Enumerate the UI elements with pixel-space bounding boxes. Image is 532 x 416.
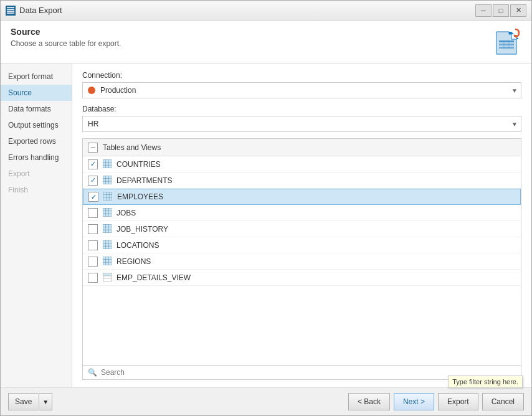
table-row[interactable]: ✓ EMPLOYEES bbox=[83, 189, 521, 205]
table-row[interactable]: JOBS bbox=[83, 205, 521, 221]
connection-group: Connection: Production ▼ bbox=[82, 71, 521, 98]
sidebar-item-export: Export bbox=[1, 166, 72, 182]
svg-rect-31 bbox=[103, 224, 112, 233]
database-group: Database: HR ▼ bbox=[82, 105, 521, 132]
header-section: Source Choose a source table for export. bbox=[1, 21, 531, 64]
row-checkbox-departments[interactable]: ✓ bbox=[88, 176, 98, 186]
connection-status-dot bbox=[88, 87, 95, 94]
svg-rect-11 bbox=[103, 159, 112, 168]
row-name-locations: LOCATIONS bbox=[116, 241, 159, 250]
table-section: ─ Tables and Views ✓ bbox=[82, 138, 521, 380]
sidebar-item-export-format[interactable]: Export format bbox=[1, 69, 72, 85]
database-label: Database: bbox=[82, 105, 521, 113]
minimize-button[interactable]: ─ bbox=[475, 4, 492, 17]
connection-select-wrapper[interactable]: Production ▼ bbox=[82, 82, 521, 98]
table-icon-job-history bbox=[103, 224, 113, 234]
database-select-wrapper[interactable]: HR ▼ bbox=[82, 116, 521, 132]
table-row[interactable]: JOB_HISTORY bbox=[83, 221, 521, 237]
header-subtitle: Choose a source table for export. bbox=[11, 39, 121, 48]
table-icon-employees bbox=[103, 192, 113, 202]
table-icon-regions bbox=[103, 257, 113, 267]
footer: Save ▼ < Back Next > Export Cancel Type … bbox=[1, 387, 531, 415]
save-dropdown-button[interactable]: ▼ bbox=[39, 393, 52, 410]
svg-rect-5 bbox=[499, 40, 514, 42]
search-icon: 🔍 bbox=[88, 368, 97, 377]
sidebar-item-exported-rows[interactable]: Exported rows bbox=[1, 133, 72, 149]
tooltip-box: Type filter string here. bbox=[448, 376, 523, 388]
svg-rect-1 bbox=[7, 7, 14, 8]
svg-rect-4 bbox=[7, 12, 14, 14]
row-checkbox-countries[interactable]: ✓ bbox=[88, 159, 98, 169]
window-controls: ─ □ ✕ bbox=[475, 4, 526, 17]
footer-right: < Back Next > Export Cancel bbox=[348, 393, 524, 410]
main-content: Export format Source Data formats Output… bbox=[1, 64, 531, 387]
svg-rect-6 bbox=[499, 44, 514, 45]
table-row[interactable]: ✓ DEPARTMENTS bbox=[83, 173, 521, 189]
row-name-countries: COUNTRIES bbox=[116, 160, 161, 169]
back-button[interactable]: < Back bbox=[348, 393, 390, 410]
table-icon-departments bbox=[103, 176, 113, 186]
row-checkbox-job-history[interactable] bbox=[88, 224, 98, 234]
row-checkbox-locations[interactable] bbox=[88, 240, 98, 250]
export-button[interactable]: Export bbox=[438, 393, 478, 410]
row-name-regions: REGIONS bbox=[116, 257, 151, 266]
row-name-departments: DEPARTMENTS bbox=[116, 176, 173, 185]
sidebar-item-output-settings[interactable]: Output settings bbox=[1, 117, 72, 133]
row-checkbox-emp-details-view[interactable] bbox=[88, 273, 98, 283]
table-icon-jobs bbox=[103, 208, 113, 218]
sidebar-item-finish: Finish bbox=[1, 182, 72, 198]
table-row[interactable]: REGIONS bbox=[83, 253, 521, 270]
header-icon bbox=[492, 27, 521, 57]
table-row[interactable]: LOCATIONS bbox=[83, 237, 521, 253]
window-title: Data Export bbox=[19, 6, 475, 15]
svg-rect-7 bbox=[499, 47, 514, 49]
maximize-button[interactable]: □ bbox=[493, 4, 509, 17]
view-icon-emp-details bbox=[103, 273, 113, 283]
table-row[interactable]: ✓ COUNTRIES bbox=[83, 156, 521, 173]
app-icon bbox=[6, 6, 16, 16]
table-header-label: Tables and Views bbox=[103, 143, 161, 152]
table-icon-locations bbox=[103, 240, 113, 250]
titlebar: Data Export ─ □ ✕ bbox=[1, 1, 531, 21]
row-name-emp-details-view: EMP_DETAILS_VIEW bbox=[116, 273, 191, 282]
footer-left: Save ▼ bbox=[8, 393, 52, 410]
panel: Connection: Production ▼ Database: HR ▼ bbox=[72, 64, 531, 387]
close-button[interactable]: ✕ bbox=[510, 4, 526, 17]
svg-rect-16 bbox=[103, 176, 112, 184]
table-header-row: ─ Tables and Views bbox=[83, 139, 521, 156]
sidebar-item-source[interactable]: Source bbox=[1, 85, 72, 101]
svg-rect-47 bbox=[103, 273, 111, 276]
row-name-employees: EMPLOYEES bbox=[117, 192, 163, 201]
next-button[interactable]: Next > bbox=[394, 393, 434, 410]
table-row[interactable]: EMP_DETAILS_VIEW bbox=[83, 270, 521, 286]
connection-value: Production bbox=[100, 86, 506, 95]
row-checkbox-jobs[interactable] bbox=[88, 208, 98, 218]
header-text: Source Choose a source table for export. bbox=[11, 27, 121, 48]
connection-row[interactable]: Production bbox=[82, 82, 521, 98]
table-icon-countries bbox=[103, 159, 113, 169]
sidebar: Export format Source Data formats Output… bbox=[1, 64, 72, 387]
svg-rect-21 bbox=[103, 192, 112, 201]
select-all-checkbox[interactable]: ─ bbox=[88, 143, 98, 153]
connection-label: Connection: bbox=[82, 71, 521, 80]
row-checkbox-regions[interactable] bbox=[88, 257, 98, 267]
header-title: Source bbox=[11, 27, 121, 37]
data-export-window: Data Export ─ □ ✕ Source Choose a source… bbox=[0, 0, 532, 416]
sidebar-item-errors-handling[interactable]: Errors handling bbox=[1, 149, 72, 166]
svg-rect-41 bbox=[103, 257, 112, 265]
save-button[interactable]: Save bbox=[8, 393, 38, 410]
database-select[interactable]: HR bbox=[82, 116, 521, 132]
svg-rect-3 bbox=[7, 11, 14, 12]
table-rows: ✓ COUNTRIES bbox=[83, 156, 521, 365]
row-name-jobs: JOBS bbox=[116, 209, 136, 217]
svg-rect-2 bbox=[7, 9, 14, 10]
sidebar-item-data-formats[interactable]: Data formats bbox=[1, 101, 72, 117]
svg-rect-26 bbox=[103, 208, 112, 217]
row-name-job-history: JOB_HISTORY bbox=[116, 225, 168, 234]
svg-rect-36 bbox=[103, 240, 112, 249]
cancel-button[interactable]: Cancel bbox=[482, 393, 524, 410]
row-checkbox-employees[interactable]: ✓ bbox=[88, 192, 98, 202]
